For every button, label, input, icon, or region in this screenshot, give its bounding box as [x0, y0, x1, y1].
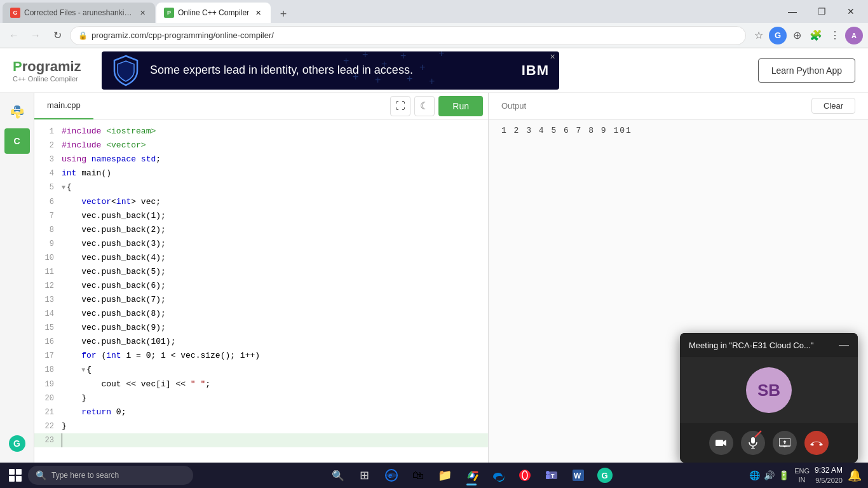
start-button[interactable] [4, 464, 27, 487]
store-icon: 🛍 [412, 469, 424, 482]
meeting-popup: Meeting in "RCA-E31 Cloud Co..." — SB [680, 333, 858, 463]
taskbar-chrome[interactable] [459, 464, 484, 487]
line-num-10: 10 [39, 251, 62, 265]
code-line: 11 vec.push_back(5); [34, 265, 488, 279]
taskbar-opera[interactable] [512, 464, 538, 487]
extensions-button[interactable]: 🧩 [807, 27, 825, 44]
taskbar-store[interactable]: 🛍 [405, 464, 431, 487]
meeting-minimize-button[interactable]: — [839, 339, 849, 351]
browser-window: G Corrected Files - aruneshankit2© ✕ P O… [0, 0, 868, 488]
line-num-5: 5 [39, 180, 62, 194]
taskbar-folder[interactable]: 📁 [432, 464, 458, 487]
sidebar-icon-grammarly[interactable]: G [4, 431, 30, 456]
line-num-9: 9 [39, 237, 62, 251]
taskbar-ie[interactable]: e [379, 464, 404, 487]
back-button[interactable]: ← [5, 27, 23, 44]
mic-button[interactable] [741, 431, 765, 455]
forward-button[interactable]: → [27, 27, 44, 44]
maximize-button[interactable]: ❐ [807, 0, 836, 23]
system-tray: 🌐 🔊 🔋 ENG IN 9:32 AM 9/5/2020 🔔 [749, 466, 864, 485]
taskbar-teams[interactable]: T [539, 464, 564, 487]
line-content-2: #include <vector> [62, 139, 483, 152]
settings-button[interactable]: ⋮ [826, 27, 844, 44]
virtual-desktop-icon: ⊞ [360, 468, 369, 482]
taskbar-grammarly[interactable]: G [592, 464, 618, 487]
taskbar-magnify[interactable]: 🔍 [325, 464, 351, 487]
battery-icon[interactable]: 🔋 [778, 470, 789, 480]
line-num-2: 2 [39, 139, 62, 152]
code-line: 19 cout << vec[i] << " "; [34, 377, 488, 391]
fullscreen-button[interactable]: ⛶ [390, 96, 410, 116]
folder-icon: 📁 [438, 468, 452, 482]
bookmark-button[interactable]: ☆ [750, 27, 768, 44]
line-num-8: 8 [39, 223, 62, 237]
line-num-20: 20 [39, 391, 62, 405]
code-line: 7 vec.push_back(1); [34, 209, 488, 223]
svg-text:+: + [362, 51, 368, 60]
profile-button[interactable]: A [845, 27, 863, 44]
taskbar-edge[interactable] [485, 464, 511, 487]
chrome-icon [464, 468, 479, 483]
tab-programiz-close[interactable]: ✕ [253, 8, 263, 18]
code-line: 14 vec.push_back(8); [34, 307, 488, 321]
code-line: 17 for (int i = 0; i < vec.size(); i++) [34, 349, 488, 363]
clear-button[interactable]: Clear [811, 98, 855, 114]
left-sidebar: C G [0, 93, 34, 463]
line-num-1: 1 [39, 125, 62, 139]
taskbar-virtual-desktop[interactable]: ⊞ [352, 464, 377, 487]
svg-text:e: e [388, 471, 392, 479]
line-content-15: vec.push_back(9); [62, 321, 483, 335]
taskbar-search[interactable]: 🔍 Type here to search [28, 466, 193, 485]
code-line: 2 #include <vector> [34, 139, 488, 152]
meeting-avatar: SB [746, 367, 792, 413]
screen-share-button[interactable] [773, 431, 797, 455]
line-content-17: for (int i = 0; i < vec.size(); i++) [62, 349, 483, 363]
tab-programiz[interactable]: P Online C++ Compiler ✕ [156, 3, 271, 23]
speaker-icon[interactable]: 🔊 [764, 470, 775, 480]
code-line: 1 #include <iostream> [34, 125, 488, 139]
notification-icon[interactable]: 🔔 [848, 468, 862, 482]
taskbar-word[interactable]: W [566, 464, 591, 487]
code-line: 15 vec.push_back(9); [34, 321, 488, 335]
run-button[interactable]: Run [438, 96, 483, 116]
code-editor[interactable]: 1 #include <iostream> 2 #include <vector… [34, 119, 488, 463]
close-button[interactable]: ✕ [836, 0, 865, 23]
tab-gmail[interactable]: G Corrected Files - aruneshankit2© ✕ [3, 3, 155, 23]
video-button[interactable] [709, 431, 733, 455]
meeting-header: Meeting in "RCA-E31 Cloud Co..." — [680, 333, 858, 357]
file-tab[interactable]: main.cpp [34, 93, 93, 119]
line-content-12: vec.push_back(6); [62, 279, 483, 293]
tray-lang: ENG IN [794, 466, 810, 485]
address-bar-row: ← → ↻ 🔒 programiz.com/cpp-programming/on… [0, 23, 868, 48]
tab-gmail-favicon: G [10, 8, 20, 18]
line-content-7: vec.push_back(1); [62, 209, 483, 223]
minimize-button[interactable]: — [778, 0, 807, 23]
tab-programiz-favicon: P [164, 8, 174, 18]
end-call-button[interactable] [804, 431, 829, 455]
new-tab-button[interactable]: + [275, 5, 292, 23]
sidebar-icon-cpp[interactable]: C [4, 128, 30, 154]
refresh-button[interactable]: ↻ [48, 27, 66, 44]
address-bar[interactable]: 🔒 programiz.com/cpp-programming/online-c… [70, 26, 746, 45]
meeting-controls [680, 423, 858, 463]
line-num-16: 16 [39, 335, 62, 349]
line-content-22: } [62, 419, 483, 433]
code-line: 16 vec.push_back(101); [34, 335, 488, 349]
line-num-18: 18 [39, 363, 62, 377]
network-icon[interactable]: 🌐 [749, 470, 760, 480]
magnify-icon: 🔍 [332, 470, 344, 482]
sidebar-icon-python[interactable] [4, 99, 30, 125]
g-extension[interactable]: G [769, 27, 787, 44]
line-content-9: vec.push_back(3); [62, 237, 483, 251]
learn-python-button[interactable]: Learn Python App [758, 58, 855, 83]
logo-text: Programiz [13, 58, 89, 75]
line-content-13: vec.push_back(7); [62, 293, 483, 307]
other-extension[interactable]: ⊕ [788, 27, 806, 44]
tab-gmail-close[interactable]: ✕ [137, 8, 147, 18]
code-line: 10 vec.push_back(4); [34, 251, 488, 265]
ad-close-button[interactable]: ✕ [550, 53, 555, 61]
theme-button[interactable]: ☾ [414, 96, 435, 116]
editor-section: main.cpp ⛶ ☾ Run 1 #include <iostream> 2 [34, 93, 489, 463]
code-line: 4 int main() [34, 166, 488, 180]
tray-clock[interactable]: 9:32 AM 9/5/2020 [815, 466, 843, 485]
